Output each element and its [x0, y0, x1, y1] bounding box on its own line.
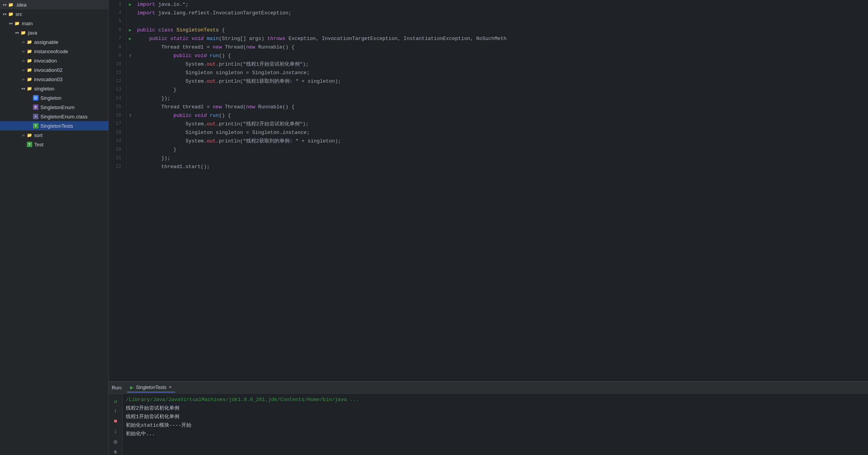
scroll-end-button[interactable]: ⇅ [111, 447, 120, 455]
file-icon: C [33, 95, 39, 101]
sidebar-item-java[interactable]: ▾📁java [0, 28, 108, 37]
run-tab-close[interactable]: ✕ [168, 385, 172, 390]
line-gutter [126, 162, 134, 171]
line-gutter [126, 60, 134, 68]
line-content: thread1.start(); [134, 162, 868, 171]
code-line: 21 }); [109, 154, 868, 162]
file-icon: 📁 [26, 57, 33, 64]
code-line: 6▶public class SingletonTests { [109, 26, 868, 34]
sidebar-item-src[interactable]: ▾📁src [0, 9, 108, 19]
sidebar-item-Singleton[interactable]: CSingleton [0, 93, 108, 102]
run-gutter-icon[interactable]: ▶ [129, 28, 132, 33]
line-content: System.out.println("线程2获取到的单例: " + singl… [134, 137, 868, 145]
code-line: 22 thread1.start(); [109, 162, 868, 171]
warn-gutter-icon: ! [129, 54, 132, 58]
arrow-icon: › [20, 76, 26, 82]
line-gutter [126, 120, 134, 128]
line-number: 7 [109, 34, 126, 43]
line-number: 5 [109, 17, 126, 26]
line-number: 20 [109, 145, 126, 154]
line-number: 16 [109, 111, 126, 120]
run-tab-icon: ▶ [130, 385, 134, 390]
line-content: } [134, 145, 868, 154]
line-content: Singleton singleton = Singleton.instance… [134, 128, 868, 137]
line-gutter [126, 102, 134, 111]
code-line: 11 Singleton singleton = Singleton.insta… [109, 68, 868, 77]
run-gutter-icon[interactable]: ▶ [129, 36, 132, 41]
sidebar-item-label: instanceofcode [34, 49, 68, 54]
run-output-line: /Library/Java/JavaVirtualMachines/jdk1.8… [126, 395, 865, 404]
code-editor[interactable]: 3▶import java.io.*;4import java.lang.ref… [109, 0, 868, 381]
code-line: 20 } [109, 145, 868, 154]
code-line: 9! public void run() { [109, 51, 868, 60]
code-line: 16! public void run() { [109, 111, 868, 120]
line-number: 13 [109, 85, 126, 94]
arrow-icon: › [20, 39, 26, 45]
sidebar-item-SingletonEnumClass[interactable]: ≡SingletonEnum.class [0, 112, 108, 121]
line-gutter: ! [126, 111, 134, 120]
code-line: 8 Thread thread1 = new Thread(new Runnab… [109, 43, 868, 51]
snapshot-button[interactable]: ◎ [111, 437, 120, 446]
line-content: public static void main(String[] args) t… [134, 34, 868, 43]
line-number: 21 [109, 154, 126, 162]
line-gutter [126, 137, 134, 145]
sidebar-item-assignable[interactable]: ›📁assignable [0, 37, 108, 47]
sidebar-item-Test[interactable]: TTest [0, 140, 108, 149]
file-icon: T [26, 141, 33, 148]
sidebar-item-sort[interactable]: ›📁sort [0, 130, 108, 140]
code-line: 19 System.out.println("线程2获取到的单例: " + si… [109, 137, 868, 145]
sidebar-item-singleton[interactable]: ▾📁singleton [0, 84, 108, 93]
sidebar-item-SingletonEnum[interactable]: ESingletonEnum [0, 102, 108, 112]
line-content [134, 17, 868, 26]
run-output-line: 初始化static模块----开始 [126, 421, 865, 429]
sidebar-item-label: Singleton [40, 95, 61, 101]
sidebar-item-label: SingletonTests [40, 123, 73, 129]
line-gutter: ! [126, 51, 134, 60]
warn-gutter-icon: ! [129, 113, 132, 118]
sidebar-item-SingletonTests[interactable]: TSingletonTests [0, 121, 108, 130]
code-line: 7▶ public static void main(String[] args… [109, 34, 868, 43]
scroll-down-button[interactable]: ↓ [111, 427, 120, 436]
file-icon: 📁 [26, 76, 33, 82]
sidebar-item-invocation03[interactable]: ›📁invocation03 [0, 75, 108, 84]
sidebar-item-invocation[interactable]: ›📁invocation [0, 56, 108, 65]
sidebar-item-invocation02[interactable]: ›📁invocation02 [0, 65, 108, 75]
file-icon: ≡ [33, 113, 39, 120]
code-line: 14 }); [109, 94, 868, 102]
line-content: } [134, 85, 868, 94]
line-content: System.out.println("线程1获取到的单例: " + singl… [134, 77, 868, 85]
arrow-icon: ▾ [14, 30, 20, 36]
line-number: 10 [109, 60, 126, 68]
line-number: 4 [109, 9, 126, 17]
line-gutter [126, 94, 134, 102]
sidebar-item-label: java [28, 30, 37, 36]
run-output-line: 线程1开始尝试初化单例 [126, 412, 865, 421]
stop-button[interactable]: ■ [111, 417, 120, 425]
line-number: 6 [109, 26, 126, 34]
run-gutter-icon[interactable]: ▶ [129, 2, 132, 7]
file-icon: 📁 [26, 48, 33, 54]
sidebar-item-label: invocation02 [34, 67, 62, 73]
file-icon: 📁 [26, 39, 33, 45]
sidebar-item-main[interactable]: ▾📁main [0, 19, 108, 28]
sidebar-item-idea[interactable]: ▾📁.idea [0, 0, 108, 9]
file-icon: 📁 [14, 20, 20, 26]
run-tab[interactable]: ▶ SingletonTests ✕ [127, 383, 175, 392]
sidebar-item-instanceofcode[interactable]: ›📁instanceofcode [0, 47, 108, 56]
line-gutter [126, 17, 134, 26]
main-layout: ▾📁.idea▾📁src▾📁main▾📁java›📁assignable›📁in… [0, 0, 868, 455]
scroll-up-button[interactable]: ↑ [111, 407, 120, 415]
line-content: }); [134, 154, 868, 162]
rerun-button[interactable]: ↺ [111, 397, 120, 405]
sidebar-item-label: assignable [34, 39, 58, 45]
file-icon: 📁 [26, 85, 33, 92]
run-label: Run: [112, 385, 122, 391]
run-output[interactable]: /Library/Java/JavaVirtualMachines/jdk1.8… [123, 394, 868, 455]
line-content: import java.lang.reflect.InvocationTarge… [134, 9, 868, 17]
line-number: 19 [109, 137, 126, 145]
sidebar-item-label: Test [34, 142, 43, 148]
sidebar-item-label: src [16, 11, 22, 17]
sidebar-item-label: invocation03 [34, 76, 62, 82]
line-gutter [126, 9, 134, 17]
code-line: 10 System.out.println("线程1开始尝试初化单例"); [109, 60, 868, 68]
